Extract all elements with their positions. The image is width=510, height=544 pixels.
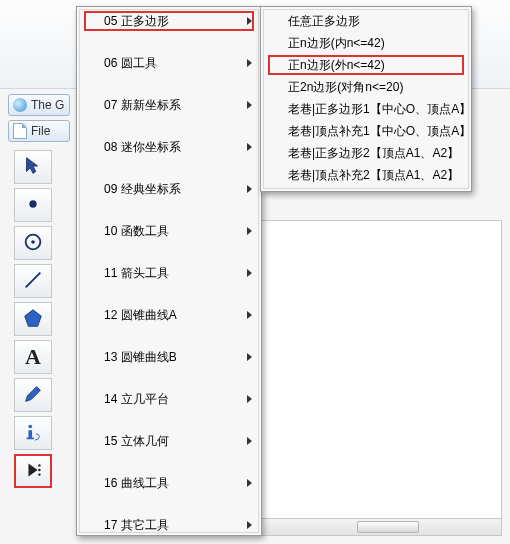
menu-item-label: 正n边形(内n<=42) [288,35,385,52]
circle-tool[interactable] [14,226,52,260]
scrollbar-thumb[interactable] [357,521,419,533]
submenu-2-list: 任意正多边形正n边形(内n<=42)正n边形(外n<=42)正2n边形(对角n<… [263,9,469,189]
menu2-item[interactable]: 老巷|顶点补充1【中心O、顶点A】 [264,120,468,142]
svg-marker-6 [28,463,37,476]
info-tool[interactable] [14,416,52,450]
menu2-item[interactable]: 老巷|顶点补充2【顶点A1、A2】 [264,164,468,186]
menu1-item[interactable]: 17 其它工具 [80,514,258,533]
menu-item-label: 09 经典坐标系 [104,181,181,198]
menu-item-label: 17 其它工具 [104,517,169,534]
window-title-2: File [8,120,70,142]
menu-item-label: 14 立几平台 [104,391,169,408]
chevron-right-icon [247,395,252,403]
chevron-right-icon [247,437,252,445]
menu-item-label: 16 曲线工具 [104,475,169,492]
menu1-item[interactable]: 11 箭头工具 [80,262,258,284]
polygon-icon [22,307,44,332]
menu-item-label: 正n边形(外n<=42) [288,57,385,74]
chevron-right-icon [247,101,252,109]
title-text-1: The G [31,98,64,112]
dot-icon [22,193,44,218]
line-tool[interactable] [14,264,52,298]
menu1-item[interactable]: 07 新新坐标系 [80,94,258,116]
chevron-right-icon [247,17,252,25]
menu1-item[interactable]: 08 迷你坐标系 [80,136,258,158]
globe-icon [13,98,27,112]
menu2-item[interactable]: 正n边形(外n<=42) [264,54,468,76]
svg-marker-4 [25,309,42,326]
window-title-1: The G [8,94,70,116]
menu-item-label: 12 圆锥曲线A [104,307,177,324]
menu-item-label: 15 立体几何 [104,433,169,450]
menu2-item[interactable]: 正n边形(内n<=42) [264,32,468,54]
menu-item-label: 10 函数工具 [104,223,169,240]
menu1-item[interactable]: 05 正多边形 [80,10,258,32]
menu-item-label: 正2n边形(对角n<=20) [288,79,403,96]
circle-icon [22,231,44,256]
svg-point-0 [29,200,36,207]
title-text-2: File [31,124,50,138]
text-icon: A [25,344,41,370]
svg-line-3 [26,272,41,287]
menu2-item[interactable]: 老巷|正多边形1【中心O、顶点A】 [264,98,468,120]
custom-tool[interactable] [14,454,52,488]
menu1-item[interactable]: 15 立体几何 [80,430,258,452]
document-icon [13,123,27,139]
chevron-right-icon [247,59,252,67]
pen-icon [22,383,44,408]
svg-point-2 [31,240,35,244]
chevron-right-icon [247,479,252,487]
chevron-right-icon [247,143,252,151]
menu-item-label: 老巷|正多边形1【中心O、顶点A】 [288,101,469,118]
menu1-item[interactable]: 16 曲线工具 [80,472,258,494]
svg-point-5 [28,424,32,428]
menu1-item[interactable]: 09 经典坐标系 [80,178,258,200]
menu1-item[interactable]: 10 函数工具 [80,220,258,242]
menu-item-label: 11 箭头工具 [104,265,169,282]
play-icon [22,459,44,484]
menu-item-label: 08 迷你坐标系 [104,139,181,156]
submenu-level-2: 任意正多边形正n边形(内n<=42)正n边形(外n<=42)正2n边形(对角n<… [260,6,472,192]
menu-item-label: 05 正多边形 [104,13,169,30]
menu-item-label: 06 圆工具 [104,55,157,72]
menu-item-label: 老巷|顶点补充1【中心O、顶点A】 [288,123,469,140]
menu2-item[interactable]: 任意正多边形 [264,10,468,32]
chevron-right-icon [247,227,252,235]
info-icon [22,421,44,446]
menu-item-label: 13 圆锥曲线B [104,349,177,366]
chevron-right-icon [247,353,252,361]
chevron-right-icon [247,269,252,277]
chevron-right-icon [247,185,252,193]
menu2-item[interactable]: 正2n边形(对角n<=20) [264,76,468,98]
chevron-right-icon [247,311,252,319]
menu-item-label: 老巷|顶点补充2【顶点A1、A2】 [288,167,459,184]
svg-point-9 [38,473,40,475]
arrow-icon [22,155,44,180]
menu-item-label: 任意正多边形 [288,13,360,30]
tool-palette: A [14,150,54,492]
app-window: The G File A 05 正多边形06 圆工具07 新新坐标系08 迷你坐… [0,0,510,544]
menu1-item[interactable]: 13 圆锥曲线B [80,346,258,368]
chevron-right-icon [247,521,252,529]
work-area [260,220,502,536]
point-tool[interactable] [14,188,52,222]
pen-tool[interactable] [14,378,52,412]
polygon-tool[interactable] [14,302,52,336]
menu2-item[interactable]: 老巷|正多边形2【顶点A1、A2】 [264,142,468,164]
menu-item-label: 老巷|正多边形2【顶点A1、A2】 [288,145,459,162]
menu-item-label: 07 新新坐标系 [104,97,181,114]
menu1-item[interactable]: 06 圆工具 [80,52,258,74]
submenu-1-list: 05 正多边形06 圆工具07 新新坐标系08 迷你坐标系09 经典坐标系10 … [79,9,259,533]
menu1-item[interactable]: 14 立几平台 [80,388,258,410]
text-tool[interactable]: A [14,340,52,374]
svg-point-7 [38,464,40,466]
line-icon [22,269,44,294]
select-tool[interactable] [14,150,52,184]
menu1-item[interactable]: 12 圆锥曲线A [80,304,258,326]
horizontal-scrollbar[interactable] [261,518,501,535]
submenu-level-1: 05 正多边形06 圆工具07 新新坐标系08 迷你坐标系09 经典坐标系10 … [76,6,262,536]
svg-point-8 [38,468,40,470]
